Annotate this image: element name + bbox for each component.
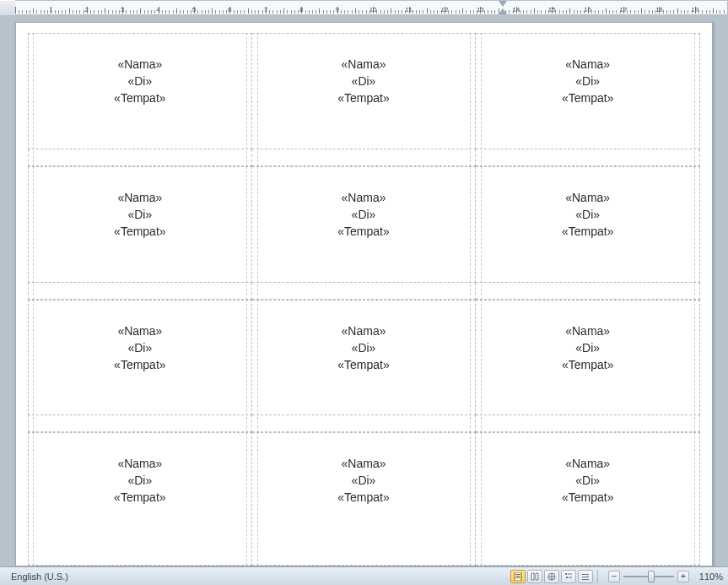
ruler-number: 5: [192, 7, 196, 14]
outline-icon: [564, 572, 573, 581]
label-cell[interactable]: «Nama»«Di»«Tempat»: [28, 33, 252, 166]
merge-field[interactable]: «Di»: [575, 73, 600, 89]
hanging-indent-marker[interactable]: [499, 8, 507, 14]
globe-icon: [547, 572, 556, 581]
ruler-number: 13: [477, 7, 484, 14]
draft-icon: [581, 572, 590, 581]
svg-rect-2: [516, 576, 520, 577]
svg-rect-9: [582, 574, 589, 575]
label-row: «Nama»«Di»«Tempat»«Nama»«Di»«Tempat»«Nam…: [28, 33, 700, 166]
merge-field[interactable]: «Nama»: [117, 455, 162, 472]
svg-rect-1: [516, 574, 520, 575]
ruler-number: 11: [405, 7, 413, 14]
merge-field[interactable]: «Tempat»: [337, 489, 389, 506]
view-full-screen-reading-button[interactable]: [527, 570, 542, 583]
merge-field[interactable]: «Tempat»: [114, 223, 165, 240]
merge-field[interactable]: «Tempat»: [114, 356, 165, 373]
svg-rect-11: [582, 579, 589, 580]
merge-field[interactable]: «Nama»: [565, 56, 610, 73]
ruler-number: 8: [299, 7, 303, 14]
page-icon: [514, 572, 522, 581]
view-draft-button[interactable]: [578, 570, 593, 583]
horizontal-ruler[interactable]: 1234567891011121314151617181920: [0, 0, 728, 16]
document-workspace: «Nama»«Di»«Tempat»«Nama»«Di»«Tempat»«Nam…: [0, 15, 728, 566]
label-cell[interactable]: «Nama»«Di»«Tempat»: [252, 300, 477, 433]
ruler-number: 19: [691, 7, 698, 14]
svg-rect-10: [582, 577, 589, 577]
zoom-in-button[interactable]: +: [677, 571, 689, 582]
ruler-number: 17: [620, 7, 628, 14]
merge-field[interactable]: «Di»: [127, 472, 152, 489]
first-line-indent-marker[interactable]: [499, 1, 507, 7]
label-cell[interactable]: «Nama»«Di»«Tempat»: [252, 432, 477, 566]
label-cell[interactable]: «Nama»«Di»«Tempat»: [476, 33, 700, 166]
merge-field[interactable]: «Nama»: [565, 455, 610, 472]
zoom-controls: − + 110%: [608, 571, 723, 582]
merge-field[interactable]: «Nama»: [117, 189, 162, 206]
merge-field[interactable]: «Nama»: [342, 322, 386, 339]
svg-rect-5: [565, 573, 567, 575]
merge-field[interactable]: «Di»: [352, 206, 376, 223]
view-outline-button[interactable]: [561, 570, 576, 583]
merge-field[interactable]: «Nama»: [117, 322, 162, 339]
ruler-number: 16: [584, 7, 591, 14]
label-cell[interactable]: «Nama»«Di»«Tempat»: [252, 166, 477, 300]
book-icon: [531, 572, 539, 581]
merge-field[interactable]: «Nama»: [565, 189, 610, 206]
label-cell[interactable]: «Nama»«Di»«Tempat»: [476, 300, 700, 433]
separator: [597, 570, 598, 583]
merge-field[interactable]: «Nama»: [117, 56, 162, 73]
label-row: «Nama»«Di»«Tempat»«Nama»«Di»«Tempat»«Nam…: [28, 166, 700, 300]
merge-field[interactable]: «Tempat»: [337, 89, 389, 106]
ruler-number: 3: [121, 7, 124, 14]
ruler-number: 1: [49, 7, 52, 14]
merge-field[interactable]: «Tempat»: [562, 223, 613, 240]
label-row: «Nama»«Di»«Tempat»«Nama»«Di»«Tempat»«Nam…: [28, 300, 700, 433]
label-cell[interactable]: «Nama»«Di»«Tempat»: [252, 33, 477, 166]
zoom-level[interactable]: 110%: [694, 571, 723, 582]
merge-field[interactable]: «Di»: [127, 73, 152, 89]
merge-field[interactable]: «Di»: [575, 339, 600, 356]
ruler-number: 10: [369, 7, 377, 14]
label-grid: «Nama»«Di»«Tempat»«Nama»«Di»«Tempat»«Nam…: [28, 33, 700, 566]
document-page: «Nama»«Di»«Tempat»«Nama»«Di»«Tempat»«Nam…: [15, 22, 713, 566]
merge-field[interactable]: «Di»: [352, 339, 376, 356]
zoom-out-button[interactable]: −: [608, 571, 620, 582]
merge-field[interactable]: «Tempat»: [114, 489, 165, 506]
merge-field[interactable]: «Di»: [575, 472, 600, 489]
ruler-number: 2: [85, 7, 89, 14]
merge-field[interactable]: «Tempat»: [337, 223, 389, 240]
ruler-number: 14: [512, 7, 520, 14]
label-cell[interactable]: «Nama»«Di»«Tempat»: [28, 166, 252, 300]
merge-field[interactable]: «Nama»: [565, 322, 610, 339]
ruler-number: 6: [228, 7, 231, 14]
view-web-layout-button[interactable]: [544, 570, 559, 583]
merge-field[interactable]: «Tempat»: [114, 89, 165, 106]
view-print-layout-button[interactable]: [510, 570, 526, 583]
merge-field[interactable]: «Di»: [127, 339, 152, 356]
merge-field[interactable]: «Nama»: [342, 189, 386, 206]
zoom-slider[interactable]: [623, 571, 674, 582]
merge-field[interactable]: «Nama»: [342, 455, 386, 472]
merge-field[interactable]: «Tempat»: [562, 489, 613, 506]
merge-field[interactable]: «Di»: [352, 472, 376, 489]
merge-field[interactable]: «Tempat»: [337, 356, 389, 373]
svg-rect-6: [568, 573, 572, 574]
language-status[interactable]: English (U.S.): [5, 570, 74, 583]
label-cell[interactable]: «Nama»«Di»«Tempat»: [28, 300, 252, 433]
label-cell[interactable]: «Nama»«Di»«Tempat»: [476, 166, 700, 300]
label-row: «Nama»«Di»«Tempat»«Nama»«Di»«Tempat»«Nam…: [28, 432, 700, 566]
merge-field[interactable]: «Di»: [127, 206, 152, 223]
merge-field[interactable]: «Di»: [575, 206, 600, 223]
svg-rect-7: [566, 577, 568, 578]
status-bar: English (U.S.) − + 110%: [0, 566, 728, 585]
merge-field[interactable]: «Nama»: [342, 56, 386, 73]
ruler-number: 18: [655, 7, 663, 14]
merge-field[interactable]: «Tempat»: [562, 356, 613, 373]
label-cell[interactable]: «Nama»«Di»«Tempat»: [28, 432, 252, 566]
ruler-number: 15: [548, 7, 556, 14]
ruler-number: 7: [264, 7, 267, 14]
merge-field[interactable]: «Tempat»: [562, 89, 613, 106]
label-cell[interactable]: «Nama»«Di»«Tempat»: [476, 432, 700, 566]
merge-field[interactable]: «Di»: [352, 73, 376, 89]
